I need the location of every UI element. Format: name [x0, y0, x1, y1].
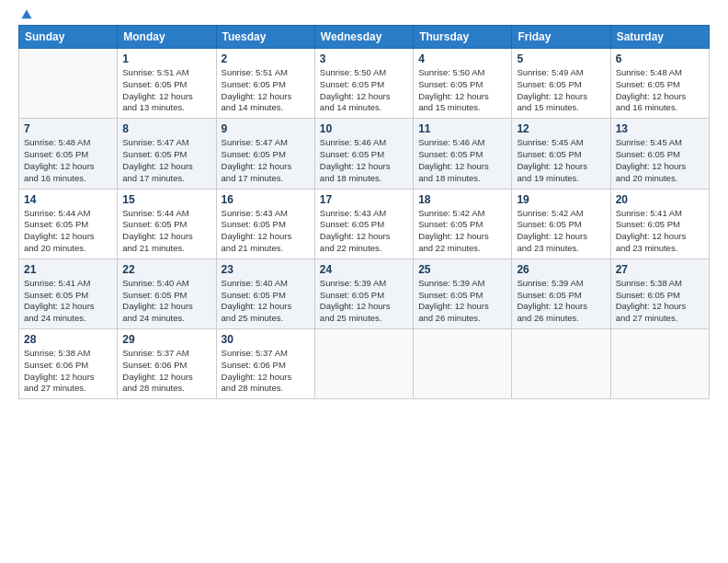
calendar-cell: 23Sunrise: 5:40 AM Sunset: 6:05 PM Dayli…	[216, 259, 314, 328]
day-number: 4	[418, 52, 506, 65]
day-number: 14	[24, 193, 112, 206]
calendar-week-row: 7Sunrise: 5:48 AM Sunset: 6:05 PM Daylig…	[19, 119, 710, 189]
calendar-cell: 15Sunrise: 5:44 AM Sunset: 6:05 PM Dayli…	[118, 189, 216, 259]
day-number: 16	[222, 193, 310, 206]
day-number: 5	[517, 52, 605, 65]
calendar-cell: 8Sunrise: 5:47 AM Sunset: 6:05 PM Daylig…	[118, 119, 216, 189]
day-info: Sunrise: 5:45 AM Sunset: 6:05 PM Dayligh…	[517, 137, 605, 184]
day-info: Sunrise: 5:44 AM Sunset: 6:05 PM Dayligh…	[122, 208, 210, 255]
weekday-header: Sunday	[19, 26, 118, 49]
day-number: 25	[418, 263, 506, 276]
calendar-cell: 18Sunrise: 5:42 AM Sunset: 6:05 PM Dayli…	[414, 189, 512, 259]
day-number: 12	[517, 122, 605, 135]
day-number: 29	[122, 333, 210, 346]
day-info: Sunrise: 5:43 AM Sunset: 6:05 PM Dayligh…	[222, 208, 310, 255]
day-info: Sunrise: 5:39 AM Sunset: 6:05 PM Dayligh…	[517, 278, 605, 325]
calendar-cell: 19Sunrise: 5:42 AM Sunset: 6:05 PM Dayli…	[512, 189, 610, 259]
logo-icon	[20, 8, 33, 21]
day-info: Sunrise: 5:46 AM Sunset: 6:05 PM Dayligh…	[418, 137, 506, 184]
day-info: Sunrise: 5:44 AM Sunset: 6:05 PM Dayligh…	[24, 208, 112, 255]
weekday-header: Friday	[512, 26, 610, 49]
calendar-cell	[19, 49, 118, 119]
calendar-cell	[610, 329, 709, 399]
day-info: Sunrise: 5:50 AM Sunset: 6:05 PM Dayligh…	[320, 67, 408, 114]
day-info: Sunrise: 5:39 AM Sunset: 6:05 PM Dayligh…	[320, 278, 408, 325]
svg-marker-0	[21, 9, 31, 18]
calendar-cell: 9Sunrise: 5:47 AM Sunset: 6:05 PM Daylig…	[216, 119, 314, 189]
day-number: 11	[418, 122, 506, 135]
day-number: 21	[24, 263, 112, 276]
day-info: Sunrise: 5:41 AM Sunset: 6:05 PM Dayligh…	[616, 208, 704, 255]
day-info: Sunrise: 5:38 AM Sunset: 6:05 PM Dayligh…	[616, 278, 704, 325]
calendar-cell	[414, 329, 512, 399]
weekday-header: Monday	[118, 26, 216, 49]
day-info: Sunrise: 5:40 AM Sunset: 6:05 PM Dayligh…	[122, 278, 210, 325]
calendar-week-row: 1Sunrise: 5:51 AM Sunset: 6:05 PM Daylig…	[19, 49, 710, 119]
header	[18, 14, 710, 17]
calendar-cell: 30Sunrise: 5:37 AM Sunset: 6:06 PM Dayli…	[216, 329, 314, 399]
calendar-cell: 4Sunrise: 5:50 AM Sunset: 6:05 PM Daylig…	[414, 49, 512, 119]
day-number: 15	[122, 193, 210, 206]
day-number: 8	[122, 122, 210, 135]
day-number: 23	[222, 263, 310, 276]
day-number: 20	[616, 193, 704, 206]
calendar-cell: 12Sunrise: 5:45 AM Sunset: 6:05 PM Dayli…	[512, 119, 610, 189]
day-info: Sunrise: 5:47 AM Sunset: 6:05 PM Dayligh…	[122, 137, 210, 184]
day-info: Sunrise: 5:42 AM Sunset: 6:05 PM Dayligh…	[517, 208, 605, 255]
day-info: Sunrise: 5:41 AM Sunset: 6:05 PM Dayligh…	[24, 278, 112, 325]
calendar-cell: 27Sunrise: 5:38 AM Sunset: 6:05 PM Dayli…	[610, 259, 709, 328]
calendar-cell: 17Sunrise: 5:43 AM Sunset: 6:05 PM Dayli…	[314, 189, 413, 259]
day-info: Sunrise: 5:47 AM Sunset: 6:05 PM Dayligh…	[222, 137, 310, 184]
weekday-header: Saturday	[610, 26, 709, 49]
calendar-cell: 29Sunrise: 5:37 AM Sunset: 6:06 PM Dayli…	[118, 329, 216, 399]
calendar-week-row: 21Sunrise: 5:41 AM Sunset: 6:05 PM Dayli…	[19, 259, 710, 328]
day-number: 30	[222, 333, 310, 346]
weekday-header: Wednesday	[314, 26, 413, 49]
day-info: Sunrise: 5:37 AM Sunset: 6:06 PM Dayligh…	[222, 348, 310, 395]
calendar-week-row: 28Sunrise: 5:38 AM Sunset: 6:06 PM Dayli…	[19, 329, 710, 399]
day-info: Sunrise: 5:42 AM Sunset: 6:05 PM Dayligh…	[418, 208, 506, 255]
day-info: Sunrise: 5:46 AM Sunset: 6:05 PM Dayligh…	[320, 137, 408, 184]
day-info: Sunrise: 5:51 AM Sunset: 6:05 PM Dayligh…	[222, 67, 310, 114]
day-number: 9	[222, 122, 310, 135]
day-info: Sunrise: 5:48 AM Sunset: 6:05 PM Dayligh…	[24, 137, 112, 184]
day-info: Sunrise: 5:38 AM Sunset: 6:06 PM Dayligh…	[24, 348, 112, 395]
calendar-cell: 24Sunrise: 5:39 AM Sunset: 6:05 PM Dayli…	[314, 259, 413, 328]
day-number: 22	[122, 263, 210, 276]
day-number: 26	[517, 263, 605, 276]
day-number: 18	[418, 193, 506, 206]
day-number: 27	[616, 263, 704, 276]
calendar-cell	[512, 329, 610, 399]
day-info: Sunrise: 5:40 AM Sunset: 6:05 PM Dayligh…	[222, 278, 310, 325]
calendar-cell: 2Sunrise: 5:51 AM Sunset: 6:05 PM Daylig…	[216, 49, 314, 119]
day-number: 13	[616, 122, 704, 135]
calendar-cell: 25Sunrise: 5:39 AM Sunset: 6:05 PM Dayli…	[414, 259, 512, 328]
weekday-header: Thursday	[414, 26, 512, 49]
calendar-cell: 5Sunrise: 5:49 AM Sunset: 6:05 PM Daylig…	[512, 49, 610, 119]
calendar-table: SundayMondayTuesdayWednesdayThursdayFrid…	[18, 25, 710, 399]
calendar-cell: 3Sunrise: 5:50 AM Sunset: 6:05 PM Daylig…	[314, 49, 413, 119]
calendar-cell: 1Sunrise: 5:51 AM Sunset: 6:05 PM Daylig…	[118, 49, 216, 119]
weekday-header: Tuesday	[216, 26, 314, 49]
day-info: Sunrise: 5:45 AM Sunset: 6:05 PM Dayligh…	[616, 137, 704, 184]
calendar-cell: 21Sunrise: 5:41 AM Sunset: 6:05 PM Dayli…	[19, 259, 118, 328]
calendar-cell	[314, 329, 413, 399]
calendar-cell: 7Sunrise: 5:48 AM Sunset: 6:05 PM Daylig…	[19, 119, 118, 189]
calendar-cell: 28Sunrise: 5:38 AM Sunset: 6:06 PM Dayli…	[19, 329, 118, 399]
calendar-cell: 22Sunrise: 5:40 AM Sunset: 6:05 PM Dayli…	[118, 259, 216, 328]
calendar-week-row: 14Sunrise: 5:44 AM Sunset: 6:05 PM Dayli…	[19, 189, 710, 259]
day-info: Sunrise: 5:37 AM Sunset: 6:06 PM Dayligh…	[122, 348, 210, 395]
calendar-cell: 20Sunrise: 5:41 AM Sunset: 6:05 PM Dayli…	[610, 189, 709, 259]
calendar-cell: 10Sunrise: 5:46 AM Sunset: 6:05 PM Dayli…	[314, 119, 413, 189]
day-number: 17	[320, 193, 408, 206]
calendar-cell: 26Sunrise: 5:39 AM Sunset: 6:05 PM Dayli…	[512, 259, 610, 328]
day-info: Sunrise: 5:48 AM Sunset: 6:05 PM Dayligh…	[616, 67, 704, 114]
day-number: 6	[616, 52, 704, 65]
logo	[18, 14, 33, 17]
calendar-header-row: SundayMondayTuesdayWednesdayThursdayFrid…	[19, 26, 710, 49]
day-number: 10	[320, 122, 408, 135]
day-number: 19	[517, 193, 605, 206]
day-number: 7	[24, 122, 112, 135]
day-number: 24	[320, 263, 408, 276]
day-number: 28	[24, 333, 112, 346]
